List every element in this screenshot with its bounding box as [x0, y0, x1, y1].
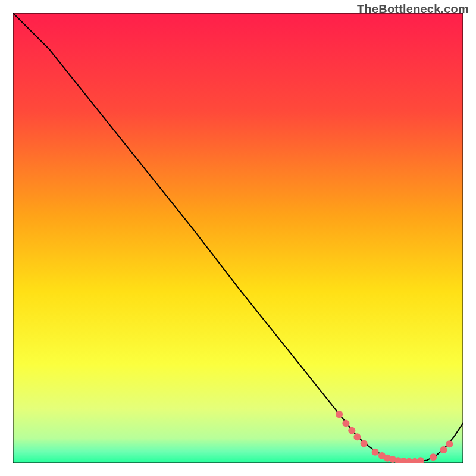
chart-background — [13, 13, 463, 463]
highlight-point — [342, 419, 349, 427]
highlight-point — [372, 449, 379, 456]
highlight-point — [440, 446, 447, 453]
highlight-point — [353, 433, 361, 440]
highlight-point — [336, 411, 343, 418]
chart-svg — [13, 13, 463, 463]
highlight-point — [430, 453, 437, 461]
watermark-text: TheBottleneck.com — [357, 2, 469, 16]
highlight-point — [348, 427, 355, 434]
chart-container: TheBottleneck.com — [0, 0, 476, 476]
chart-plot — [13, 13, 463, 463]
highlight-point — [446, 440, 453, 447]
highlight-point — [361, 440, 368, 447]
